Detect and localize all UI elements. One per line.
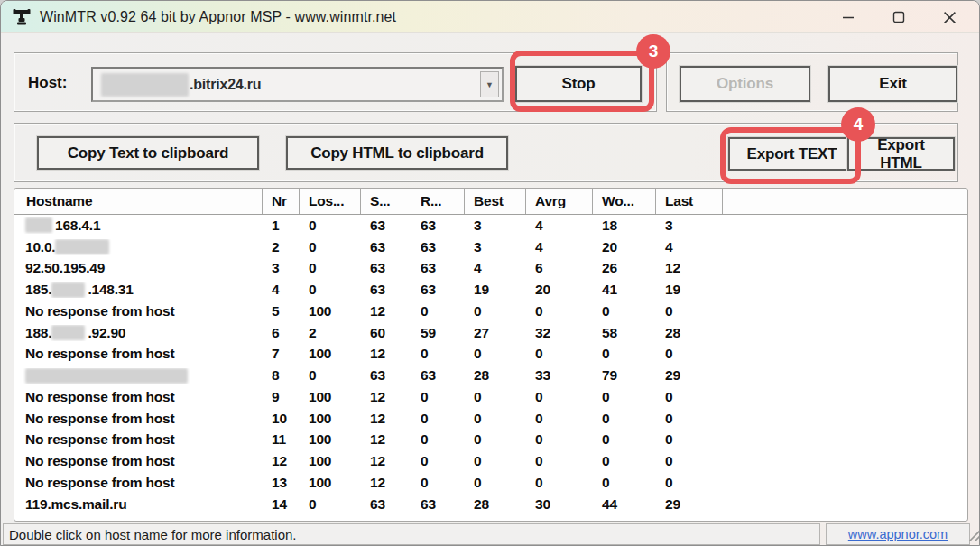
value-cell: 0 bbox=[300, 496, 361, 513]
hostname-text: No response from host bbox=[25, 346, 174, 362]
exit-button[interactable]: Exit bbox=[828, 66, 957, 102]
table-row[interactable]: No response from host121001200000 bbox=[14, 450, 967, 472]
value-cell: 4 bbox=[526, 239, 593, 255]
hostname-cell bbox=[14, 368, 263, 384]
winmtr-window: WinMTR v0.92 64 bit by Appnor MSP - www.… bbox=[0, 0, 980, 546]
resize-grip[interactable] bbox=[966, 527, 980, 541]
table-row[interactable]: No response from host101001200000 bbox=[14, 408, 967, 430]
table-row[interactable]: 185..148.3140636319204119 bbox=[14, 279, 967, 301]
table-row[interactable]: 168.4.110636334183 bbox=[14, 215, 967, 236]
table-row[interactable]: No response from host111001200000 bbox=[14, 430, 967, 451]
minimize-button[interactable] bbox=[827, 1, 869, 33]
hostname-cell: 10.0. bbox=[14, 239, 263, 255]
value-cell: 0 bbox=[526, 475, 593, 491]
hostname-text: .148.31 bbox=[88, 282, 133, 298]
hostname-cell: No response from host bbox=[14, 411, 263, 427]
hostname-cell: 168.4.1 bbox=[14, 217, 263, 234]
value-cell: 13 bbox=[263, 475, 300, 491]
appnor-link[interactable]: www.appnor.com bbox=[848, 527, 948, 541]
hostname-text: 10.0. bbox=[25, 239, 55, 255]
table-body: 168.4.11063633418310.0.2063633420492.50.… bbox=[14, 215, 967, 515]
value-cell: 0 bbox=[465, 389, 526, 405]
table-row[interactable]: 10.0.20636334204 bbox=[14, 236, 967, 258]
value-cell: 58 bbox=[593, 325, 656, 341]
value-cell: 63 bbox=[411, 367, 465, 384]
value-cell: 29 bbox=[656, 367, 723, 384]
value-cell: 0 bbox=[300, 217, 361, 234]
value-cell: 4 bbox=[263, 282, 300, 298]
value-cell: 3 bbox=[263, 260, 300, 276]
redacted-hostname-segment bbox=[55, 239, 109, 254]
export-html-button[interactable]: Export HTML bbox=[847, 137, 955, 171]
value-cell: 19 bbox=[656, 282, 723, 298]
close-icon bbox=[943, 11, 957, 24]
column-header-wo[interactable]: Wo... bbox=[593, 189, 656, 214]
combobox-dropdown-button[interactable]: ▼ bbox=[480, 71, 499, 97]
value-cell: 28 bbox=[465, 367, 526, 384]
value-cell: 63 bbox=[361, 496, 411, 513]
table-row[interactable]: 119.mcs.mail.ru140636328304429 bbox=[14, 494, 967, 515]
stop-button[interactable]: Stop bbox=[515, 66, 642, 102]
value-cell: 3 bbox=[465, 239, 526, 255]
value-cell: 5 bbox=[263, 303, 300, 319]
value-cell: 79 bbox=[593, 367, 656, 384]
value-cell: 33 bbox=[526, 367, 593, 384]
value-cell: 6 bbox=[263, 325, 300, 341]
column-header-nr[interactable]: Nr bbox=[263, 189, 300, 214]
host-label: Host: bbox=[28, 74, 67, 92]
hostname-cell: 185..148.31 bbox=[14, 282, 263, 298]
value-cell: 0 bbox=[526, 453, 593, 469]
copy-text-button[interactable]: Copy Text to clipboard bbox=[37, 136, 259, 170]
value-cell: 32 bbox=[526, 325, 593, 341]
column-header-filler bbox=[723, 189, 967, 214]
close-button[interactable] bbox=[929, 1, 970, 33]
trace-results-table: HostnameNrLos...S...R...BestAvrgWo...Las… bbox=[14, 188, 968, 522]
value-cell: 63 bbox=[411, 282, 465, 298]
table-row[interactable]: 92.50.195.49306363462612 bbox=[14, 258, 967, 280]
table-row[interactable]: No response from host91001200000 bbox=[14, 386, 967, 408]
value-cell: 2 bbox=[263, 239, 300, 255]
value-cell: 0 bbox=[593, 389, 656, 405]
table-row[interactable]: No response from host51001200000 bbox=[14, 301, 967, 322]
copy-html-button[interactable]: Copy HTML to clipboard bbox=[286, 136, 508, 170]
value-cell: 0 bbox=[300, 239, 361, 255]
value-cell: 100 bbox=[300, 303, 361, 319]
value-cell: 63 bbox=[361, 367, 411, 384]
value-cell: 0 bbox=[593, 411, 656, 427]
column-header-s[interactable]: S... bbox=[361, 189, 411, 214]
column-header-hostname[interactable]: Hostname bbox=[14, 189, 263, 214]
column-header-r[interactable]: R... bbox=[411, 189, 465, 214]
column-header-best[interactable]: Best bbox=[465, 189, 526, 214]
value-cell: 0 bbox=[465, 411, 526, 427]
value-cell: 100 bbox=[300, 453, 361, 469]
value-cell: 28 bbox=[465, 496, 526, 513]
value-cell: 9 bbox=[263, 389, 300, 405]
value-cell: 0 bbox=[300, 282, 361, 298]
table-row[interactable]: No response from host131001200000 bbox=[14, 472, 967, 494]
column-header-last[interactable]: Last bbox=[656, 189, 723, 214]
hostname-cell: 119.mcs.mail.ru bbox=[14, 496, 263, 513]
value-cell: 0 bbox=[465, 475, 526, 491]
column-header-avrg[interactable]: Avrg bbox=[526, 189, 593, 214]
value-cell: 20 bbox=[593, 239, 656, 255]
table-row[interactable]: No response from host71001200000 bbox=[14, 344, 967, 366]
value-cell: 0 bbox=[411, 453, 465, 469]
host-combobox[interactable]: .bitrix24.ru ▼ bbox=[91, 67, 504, 102]
value-cell: 12 bbox=[656, 260, 723, 276]
value-cell: 0 bbox=[593, 303, 656, 319]
value-cell: 12 bbox=[361, 453, 411, 469]
title-bar: WinMTR v0.92 64 bit by Appnor MSP - www.… bbox=[1, 1, 979, 33]
hostname-text: 185. bbox=[25, 282, 51, 298]
value-cell: 0 bbox=[465, 431, 526, 448]
maximize-button[interactable] bbox=[878, 1, 920, 33]
column-header-los[interactable]: Los... bbox=[300, 189, 361, 214]
value-cell: 1 bbox=[263, 217, 300, 234]
value-cell: 100 bbox=[300, 411, 361, 427]
export-text-button[interactable]: Export TEXT bbox=[728, 137, 855, 171]
table-row[interactable]: 188..92.9062605927325828 bbox=[14, 322, 967, 344]
value-cell: 11 bbox=[263, 431, 300, 448]
value-cell: 0 bbox=[411, 411, 465, 427]
value-cell: 60 bbox=[361, 325, 411, 341]
value-cell: 3 bbox=[465, 217, 526, 234]
table-row[interactable]: 80636328337929 bbox=[14, 365, 967, 386]
